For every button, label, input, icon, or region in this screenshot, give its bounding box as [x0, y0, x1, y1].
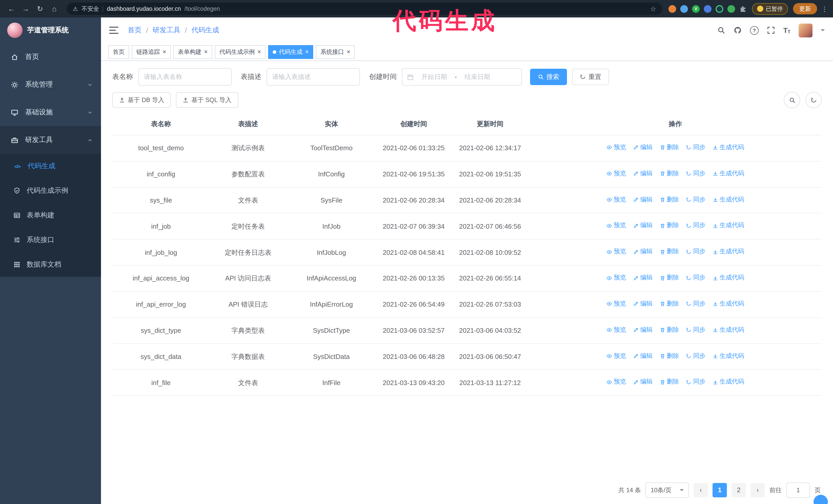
generate-code-link[interactable]: 生成代码: [713, 273, 744, 283]
reset-button[interactable]: 重置: [572, 69, 609, 85]
sync-link[interactable]: 同步: [686, 221, 705, 231]
home-icon[interactable]: ⌂: [48, 3, 61, 15]
sync-link[interactable]: 同步: [686, 247, 705, 257]
generate-code-link[interactable]: 生成代码: [713, 377, 744, 387]
sidebar-item-system-management[interactable]: 系统管理: [0, 71, 101, 98]
search-button[interactable]: 搜索: [530, 69, 567, 85]
sync-link[interactable]: 同步: [686, 351, 705, 361]
import-db-button[interactable]: 基于 DB 导入: [112, 92, 171, 108]
generate-code-link[interactable]: 生成代码: [713, 351, 744, 361]
avatar[interactable]: [799, 23, 812, 37]
breadcrumb-dev-tools[interactable]: 研发工具: [153, 26, 181, 35]
close-icon[interactable]: ×: [163, 49, 166, 55]
edit-link[interactable]: 编辑: [633, 377, 652, 387]
back-icon[interactable]: ←: [5, 3, 18, 15]
paused-badge[interactable]: 已暂停: [752, 3, 788, 15]
refresh-table-button[interactable]: [805, 92, 822, 108]
preview-link[interactable]: 预览: [607, 273, 626, 283]
edit-link[interactable]: 编辑: [633, 325, 652, 335]
edit-link[interactable]: 编辑: [633, 247, 652, 257]
hamburger-icon[interactable]: [109, 27, 118, 34]
delete-link[interactable]: 删除: [660, 143, 679, 153]
preview-link[interactable]: 预览: [607, 169, 626, 179]
edit-link[interactable]: 编辑: [633, 351, 652, 361]
extensions-puzzle-icon[interactable]: [739, 5, 747, 13]
table-desc-input[interactable]: [266, 68, 360, 86]
tab-trace[interactable]: 链路追踪 ×: [132, 45, 171, 59]
font-size-icon[interactable]: TT: [783, 26, 790, 34]
delete-link[interactable]: 删除: [660, 351, 679, 361]
tab-codegen-example[interactable]: 代码生成示例 ×: [215, 45, 265, 59]
sidebar-item-infrastructure[interactable]: 基础设施: [0, 98, 101, 126]
sync-link[interactable]: 同步: [686, 273, 705, 283]
end-date-input[interactable]: [459, 73, 495, 81]
close-icon[interactable]: ×: [257, 49, 261, 55]
forward-icon[interactable]: →: [20, 3, 32, 15]
date-range-picker[interactable]: -: [402, 68, 522, 86]
preview-link[interactable]: 预览: [607, 299, 626, 309]
edit-link[interactable]: 编辑: [633, 169, 652, 179]
generate-code-link[interactable]: 生成代码: [713, 221, 744, 231]
sidebar-subitem-codegen-example[interactable]: 代码生成示例: [0, 178, 101, 203]
edit-link[interactable]: 编辑: [633, 221, 652, 231]
sidebar-subitem-system-api[interactable]: 系统接口: [0, 227, 101, 252]
sync-link[interactable]: 同步: [686, 195, 705, 205]
delete-link[interactable]: 删除: [660, 273, 679, 283]
search-icon[interactable]: [717, 26, 725, 34]
sync-link[interactable]: 同步: [686, 169, 705, 179]
sync-link[interactable]: 同步: [686, 377, 705, 387]
close-icon[interactable]: ×: [204, 49, 208, 55]
toggle-search-button[interactable]: [784, 92, 800, 108]
sidebar-item-home[interactable]: 首页: [0, 43, 101, 71]
v-extension-icon[interactable]: V: [692, 5, 700, 13]
preview-link[interactable]: 预览: [607, 195, 626, 205]
sync-link[interactable]: 同步: [686, 325, 705, 335]
goto-page-input[interactable]: [786, 482, 810, 498]
people-extension-icon[interactable]: [704, 5, 712, 13]
preview-link[interactable]: 预览: [607, 143, 626, 153]
screenshot-extension-icon[interactable]: [716, 5, 723, 13]
generate-code-link[interactable]: 生成代码: [713, 299, 744, 309]
browser-menu-icon[interactable]: ⋮: [821, 5, 828, 13]
preview-link[interactable]: 预览: [607, 221, 626, 231]
sync-link[interactable]: 同步: [686, 299, 705, 309]
update-button[interactable]: 更新: [793, 3, 817, 14]
table-name-input[interactable]: [138, 68, 232, 86]
page-size-select[interactable]: 10条/页: [646, 482, 689, 498]
edit-link[interactable]: 编辑: [633, 143, 652, 153]
edit-link[interactable]: 编辑: [633, 299, 652, 309]
page-button-1[interactable]: 1: [713, 483, 727, 497]
page-button-2[interactable]: 2: [732, 483, 746, 497]
close-icon[interactable]: ×: [347, 49, 350, 55]
delete-link[interactable]: 删除: [660, 195, 679, 205]
edit-link[interactable]: 编辑: [633, 195, 652, 205]
breadcrumb-home[interactable]: 首页: [128, 26, 142, 35]
tab-codegen[interactable]: 代码生成 ×: [268, 45, 313, 59]
sidebar-subitem-db-doc[interactable]: 数据库文档: [0, 252, 101, 277]
github-icon[interactable]: [734, 26, 742, 34]
sync-link[interactable]: 同步: [686, 143, 705, 153]
generate-code-link[interactable]: 生成代码: [713, 247, 744, 257]
prev-page-button[interactable]: ‹: [694, 483, 708, 497]
address-bar[interactable]: ⚠ 不安全 dashboard.yudao.iocoder.cn/tool/co…: [67, 3, 662, 15]
help-icon[interactable]: ?: [750, 26, 759, 34]
import-sql-button[interactable]: 基于 SQL 导入: [176, 92, 238, 108]
sidebar-subitem-codegen[interactable]: </> 代码生成: [0, 154, 101, 178]
reload-icon[interactable]: ↻: [34, 3, 46, 15]
delete-link[interactable]: 删除: [660, 247, 679, 257]
generate-code-link[interactable]: 生成代码: [713, 325, 744, 335]
fullscreen-icon[interactable]: [767, 26, 775, 34]
preview-link[interactable]: 预览: [607, 377, 626, 387]
tab-home[interactable]: 首页: [108, 45, 129, 59]
close-icon[interactable]: ×: [305, 49, 309, 55]
bookmark-star-icon[interactable]: ☆: [650, 5, 656, 13]
sidebar-subitem-form-builder[interactable]: 表单构建: [0, 203, 101, 227]
next-page-button[interactable]: ›: [751, 483, 765, 497]
preview-link[interactable]: 预览: [607, 351, 626, 361]
generate-code-link[interactable]: 生成代码: [713, 195, 744, 205]
delete-link[interactable]: 删除: [660, 299, 679, 309]
fox-extension-icon[interactable]: [668, 5, 676, 13]
tab-system-api[interactable]: 系统接口 ×: [316, 45, 355, 59]
preview-link[interactable]: 预览: [607, 325, 626, 335]
start-date-input[interactable]: [416, 73, 452, 81]
